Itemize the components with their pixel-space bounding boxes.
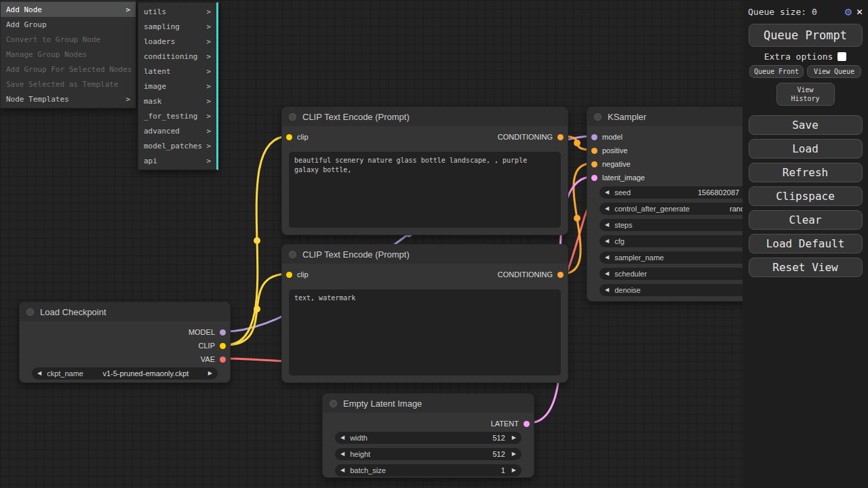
widget-ckpt-name[interactable]: ◀ ckpt_name v1-5-pruned-emaonly.ckpt ▶ (32, 367, 218, 380)
model-slot-dot-icon[interactable] (220, 329, 226, 336)
prompt-text-negative[interactable]: text, watermark (289, 289, 561, 375)
submenu-item-loaders[interactable]: loaders > (138, 34, 216, 49)
clip-slot-dot-icon[interactable] (286, 272, 292, 278)
stepper-left-icon[interactable]: ◀ (37, 371, 41, 376)
submenu-item-advanced[interactable]: advanced > (138, 123, 216, 138)
latent-slot-dot-icon[interactable] (591, 175, 597, 181)
menu-item-label: Node Templates (6, 95, 69, 104)
clip-slot-dot-icon[interactable] (220, 343, 226, 349)
refresh-button[interactable]: Refresh (749, 163, 863, 182)
input-slot-label: negative (602, 160, 631, 168)
menu-item-add-node[interactable]: Add Node > (1, 2, 136, 17)
close-icon[interactable]: ✕ (856, 7, 863, 17)
conditioning-slot-dot-icon[interactable] (591, 148, 597, 154)
submenu-item-mask[interactable]: mask > (138, 94, 216, 108)
input-slot-clip[interactable]: clip (282, 130, 309, 144)
input-slot-label: model (602, 133, 623, 141)
output-slot-model[interactable]: MODEL (20, 325, 230, 339)
stepper-left-icon[interactable]: ◀ (340, 451, 344, 457)
stepper-left-icon[interactable]: ◀ (605, 190, 609, 195)
stepper-right-icon[interactable]: ▶ (208, 371, 212, 376)
stepper-left-icon[interactable]: ◀ (340, 435, 344, 441)
add-node-submenu: utils > sampling > loaders > conditionin… (138, 2, 218, 170)
vae-slot-dot-icon[interactable] (220, 357, 226, 363)
clipspace-button[interactable]: Clipspace (749, 186, 863, 206)
save-button[interactable]: Save (749, 115, 863, 135)
reset-view-button[interactable]: Reset View (749, 258, 863, 277)
conditioning-slot-dot-icon[interactable] (557, 134, 564, 140)
prompt-text-positive[interactable]: beautiful scenery nature glass bottle la… (289, 152, 561, 228)
menu-item-node-templates[interactable]: Node Templates > (1, 92, 136, 106)
stepper-left-icon[interactable]: ◀ (605, 271, 609, 277)
node-title-bar[interactable]: Empty Latent Image (323, 394, 534, 413)
node-title: Load Checkpoint (40, 307, 106, 317)
widget-batch-size[interactable]: ◀ batch_size 1 ▶ (335, 464, 521, 476)
node-title-bar[interactable]: CLIP Text Encode (Prompt) (282, 245, 568, 264)
stepper-right-icon[interactable]: ▶ (512, 451, 516, 457)
menu-item-add-group-for-selected-nodes[interactable]: Add Group For Selected Nodes (1, 62, 136, 77)
node-load-checkpoint[interactable]: Load Checkpoint MODEL CLIP VAE ◀ ckpt_na… (19, 302, 231, 383)
output-slot-conditioning[interactable]: CONDITIONING (498, 130, 568, 144)
stepper-left-icon[interactable]: ◀ (605, 222, 609, 228)
conditioning-slot-dot-icon[interactable] (591, 161, 597, 167)
queue-prompt-button[interactable]: Queue Prompt (749, 24, 863, 47)
node-title: CLIP Text Encode (Prompt) (302, 249, 410, 260)
stepper-right-icon[interactable]: ▶ (512, 468, 516, 473)
output-slot-conditioning[interactable]: CONDITIONING (498, 268, 568, 281)
node-clip-text-encode-negative[interactable]: CLIP Text Encode (Prompt) clip CONDITION… (281, 244, 568, 383)
node-title-bar[interactable]: CLIP Text Encode (Prompt) (282, 107, 568, 126)
menu-item-convert-to-group-node[interactable]: Convert to Group Node (1, 32, 136, 47)
collapse-dot-icon[interactable] (289, 113, 296, 121)
widget-width[interactable]: ◀ width 512 ▶ (335, 432, 521, 444)
stepper-left-icon[interactable]: ◀ (340, 468, 344, 473)
output-slot-clip[interactable]: CLIP (20, 339, 230, 352)
submenu-item-utils[interactable]: utils > (138, 4, 216, 19)
collapse-dot-icon[interactable] (26, 308, 34, 316)
widget-value: 1 (501, 466, 505, 474)
extra-options-checkbox[interactable] (837, 52, 846, 61)
menu-item-label: Save Selected as Template (6, 80, 119, 89)
submenu-item-api[interactable]: api > (138, 153, 216, 168)
queue-front-button[interactable]: Queue Front (749, 65, 804, 78)
stepper-left-icon[interactable]: ◀ (605, 255, 609, 260)
stepper-left-icon[interactable]: ◀ (605, 206, 609, 211)
menu-item-manage-group-nodes[interactable]: Manage Group Nodes (1, 47, 136, 62)
submenu-item-model-patches[interactable]: model_patches > (138, 138, 216, 153)
clear-button[interactable]: Clear (749, 210, 863, 230)
menu-item-label: sampling (144, 22, 180, 31)
node-empty-latent-image[interactable]: Empty Latent Image LATENT ◀ width 512 ▶ … (322, 393, 534, 478)
load-default-button[interactable]: Load Default (749, 234, 863, 253)
stepper-left-icon[interactable]: ◀ (605, 239, 609, 244)
menu-item-save-selected-as-template[interactable]: Save Selected as Template (1, 77, 136, 92)
node-clip-text-encode-positive[interactable]: CLIP Text Encode (Prompt) clip CONDITION… (281, 106, 568, 235)
settings-gear-icon[interactable]: ⚙ (845, 6, 852, 18)
widget-height[interactable]: ◀ height 512 ▶ (335, 448, 521, 460)
menu-item-add-group[interactable]: Add Group (1, 17, 136, 32)
submenu-arrow-icon: > (206, 127, 211, 136)
input-slot-clip[interactable]: clip (282, 268, 309, 281)
load-button[interactable]: Load (749, 139, 863, 159)
view-history-button[interactable]: View History (776, 83, 835, 106)
conditioning-slot-dot-icon[interactable] (557, 272, 564, 278)
stepper-right-icon[interactable]: ▶ (512, 435, 516, 441)
collapse-dot-icon[interactable] (330, 400, 337, 407)
latent-slot-dot-icon[interactable] (524, 421, 530, 427)
node-title-bar[interactable]: Load Checkpoint (20, 302, 230, 321)
submenu-arrow-icon: > (206, 22, 211, 31)
menu-item-label: utils (144, 7, 166, 16)
output-slot-label: CONDITIONING (498, 270, 553, 279)
submenu-item-latent[interactable]: latent > (138, 64, 216, 79)
model-slot-dot-icon[interactable] (591, 134, 597, 140)
collapse-dot-icon[interactable] (594, 113, 601, 121)
output-slot-vae[interactable]: VAE (20, 352, 230, 366)
submenu-item-sampling[interactable]: sampling > (138, 19, 216, 34)
view-queue-button[interactable]: View Queue (807, 65, 861, 78)
collapse-dot-icon[interactable] (289, 251, 296, 258)
submenu-item-image[interactable]: image > (138, 79, 216, 94)
clip-slot-dot-icon[interactable] (286, 134, 292, 140)
stepper-left-icon[interactable]: ◀ (605, 287, 609, 293)
submenu-arrow-icon: > (206, 97, 211, 106)
output-slot-latent[interactable]: LATENT (491, 417, 534, 430)
submenu-item-conditioning[interactable]: conditioning > (138, 49, 216, 64)
submenu-item-for-testing[interactable]: _for_testing > (138, 108, 216, 123)
